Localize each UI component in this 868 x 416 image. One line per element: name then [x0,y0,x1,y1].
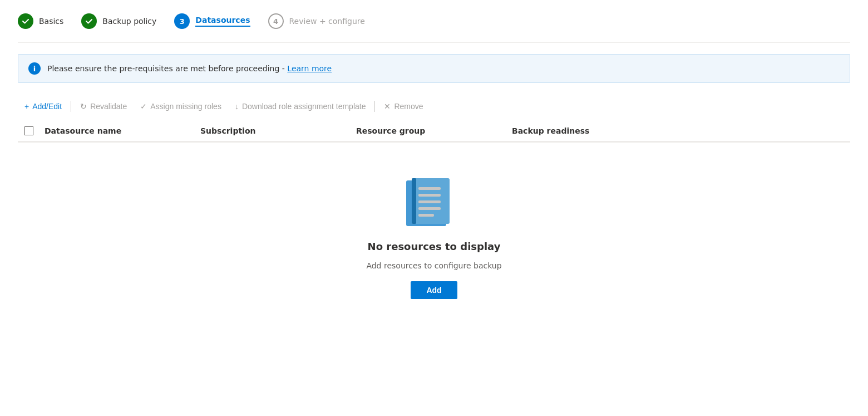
step-basics-label: Basics [39,17,63,26]
select-all-checkbox[interactable] [24,126,33,135]
table-container: Datasource name Subscription Resource gr… [18,121,850,143]
step-review-configure-circle: 4 [268,13,284,29]
wizard-steps: Basics Backup policy 3 Datasources 4 Rev… [18,13,850,43]
download-template-button[interactable]: ↓ Download role assignment template [228,99,373,114]
toolbar-divider-1 [71,101,71,112]
header-checkbox-cell [18,126,40,135]
download-icon: ↓ [235,102,239,111]
empty-subtitle: Add resources to configure backup [366,261,501,270]
col-backup-readiness: Backup readiness [507,126,663,135]
info-banner-text: Please ensure the pre-requisites are met… [47,64,332,73]
step-review-configure[interactable]: 4 Review + configure [268,13,365,29]
empty-title: No resources to display [368,241,501,252]
svg-rect-6 [418,207,441,210]
toolbar-divider-2 [374,101,375,112]
revalidate-icon: ↻ [80,102,87,111]
empty-add-button[interactable]: Add [411,281,457,299]
learn-more-link[interactable]: Learn more [287,64,332,73]
step-backup-policy-circle [81,13,97,29]
page-container: Basics Backup policy 3 Datasources 4 Rev… [0,0,868,416]
step-review-configure-label: Review + configure [289,17,365,26]
step-backup-policy[interactable]: Backup policy [81,13,156,29]
svg-rect-5 [418,200,441,203]
add-edit-button[interactable]: + Add/Edit [18,99,68,114]
svg-rect-4 [418,194,441,197]
step-datasources[interactable]: 3 Datasources [174,13,250,29]
col-resource-group: Resource group [352,126,507,135]
info-banner: i Please ensure the pre-requisites are m… [18,54,850,83]
svg-rect-7 [418,214,434,217]
info-icon: i [28,62,41,75]
step-basics-circle [18,13,33,29]
revalidate-button[interactable]: ↻ Revalidate [73,99,134,114]
checkmark-icon: ✓ [140,102,147,111]
svg-rect-3 [418,187,441,190]
table-header: Datasource name Subscription Resource gr… [18,121,850,142]
remove-icon: ✕ [384,102,391,111]
book-icon [401,176,467,232]
step-basics[interactable]: Basics [18,13,63,29]
step-datasources-circle: 3 [174,13,190,29]
assign-roles-button[interactable]: ✓ Assign missing roles [134,99,228,114]
empty-state: No resources to display Add resources to… [18,143,850,321]
col-subscription: Subscription [196,126,352,135]
step-backup-policy-label: Backup policy [102,17,156,26]
remove-button[interactable]: ✕ Remove [377,99,430,114]
step-datasources-label: Datasources [195,16,250,27]
col-datasource-name: Datasource name [40,126,196,135]
toolbar: + Add/Edit ↻ Revalidate ✓ Assign missing… [18,99,850,114]
plus-icon: + [24,102,29,111]
svg-rect-8 [412,178,416,224]
